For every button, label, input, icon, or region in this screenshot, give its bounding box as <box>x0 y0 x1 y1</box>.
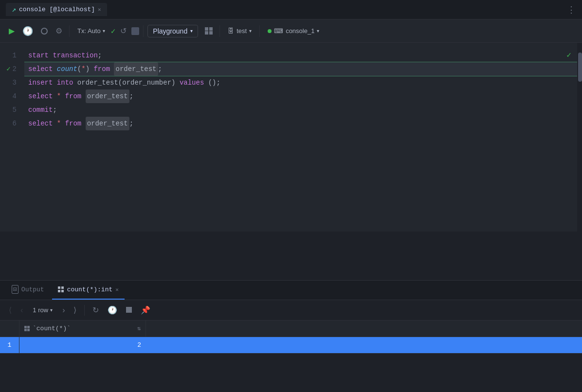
tab-count[interactable]: count(*):int ✕ <box>52 280 125 300</box>
editor-empty-space <box>0 232 582 280</box>
divider-3 <box>219 25 220 37</box>
grid-cell-1-1: 2 <box>19 337 146 353</box>
history-button[interactable]: 🕐 <box>19 24 36 38</box>
divider-1 <box>69 25 70 37</box>
playground-dropdown[interactable]: Playground ▾ <box>147 25 198 37</box>
tab-label: console [@localhost] <box>19 6 95 13</box>
panel-tabs: ⊡ Output count(*):int ✕ <box>0 281 582 300</box>
line-1-check: ✓ <box>566 49 571 62</box>
db-icon: 🗄 <box>228 27 234 35</box>
row-count-chevron: ▾ <box>50 307 53 313</box>
line-number-1: 1 <box>0 49 20 62</box>
save-button[interactable] <box>38 26 51 36</box>
editor-area: 1 ✓ 2 3 4 5 6 start <box>0 43 582 232</box>
connection-status-dot <box>268 29 272 33</box>
row-count-dropdown[interactable]: 1 row ▾ <box>29 305 56 315</box>
editor-content[interactable]: 1 ✓ 2 3 4 5 6 start <box>0 43 582 232</box>
playground-label: Playground <box>153 27 187 35</box>
col-header-label: `count(*)` <box>33 325 71 332</box>
run-icon: ▶ <box>9 26 15 36</box>
nav-last-button[interactable]: ⟩ <box>71 304 79 316</box>
console-icon: ⌨ <box>274 27 283 35</box>
divider-4 <box>259 25 260 37</box>
undo-icon: ↺ <box>120 26 127 36</box>
grid-row-num-header <box>0 321 19 337</box>
editor-scrollbar[interactable] <box>577 43 582 232</box>
refresh-button[interactable]: ↻ <box>90 304 102 316</box>
col-type-icon <box>24 326 30 331</box>
code-editor[interactable]: start transaction ; ✓ select count ( * )… <box>24 43 577 232</box>
nav-prev-button[interactable]: ‹ <box>18 305 26 316</box>
history-result-button[interactable]: 🕐 <box>105 304 120 316</box>
tab-close-icon[interactable]: ✕ <box>98 6 101 13</box>
settings-button[interactable]: ⚙ <box>53 24 65 37</box>
console-tab[interactable]: ↗ console [@localhost] ✕ <box>6 3 107 16</box>
result-divider-1 <box>84 305 85 316</box>
stop-result-button[interactable] <box>123 304 135 316</box>
pin-button[interactable]: 📌 <box>138 304 153 316</box>
nav-first-button[interactable]: ⟨ <box>6 304 15 316</box>
count-tab-icon <box>58 286 64 293</box>
code-line-3: insert into order_test(order_number) val… <box>24 76 577 89</box>
row-count-label: 1 row <box>33 306 48 314</box>
bottom-panel: ⊡ Output count(*):int ✕ ⟨ ‹ 1 row ▾ › ⟩ … <box>0 280 582 392</box>
db-chevron-icon: ▾ <box>249 28 252 34</box>
title-bar: ↗ console [@localhost] ✕ ⋮ <box>0 0 582 19</box>
title-bar-left: ↗ console [@localhost] ✕ <box>6 3 567 16</box>
grid-view-button[interactable] <box>202 25 216 37</box>
line-number-6: 6 <box>0 117 20 130</box>
sort-icon[interactable]: ⇅ <box>137 325 141 332</box>
count-tab-label: count(*):int <box>67 286 113 293</box>
code-line-4: select * from order_test ; <box>24 89 577 103</box>
tx-dropdown[interactable]: Tx: Auto ▾ <box>73 25 109 36</box>
settings-icon: ⚙ <box>55 26 62 36</box>
scrollbar-thumb[interactable] <box>578 53 582 82</box>
grid-header: `count(*)` ⇅ <box>0 321 582 337</box>
grid-col-header[interactable]: `count(*)` ⇅ <box>19 321 146 337</box>
result-toolbar: ⟨ ‹ 1 row ▾ › ⟩ ↻ 🕐 📌 <box>0 300 582 321</box>
data-grid: `count(*)` ⇅ 1 2 <box>0 321 582 392</box>
check-icon: ✓ <box>111 26 116 36</box>
console-label: console_1 <box>286 27 314 35</box>
refresh-icon: ↻ <box>92 306 99 314</box>
code-line-5: commit ; <box>24 103 577 117</box>
more-options-icon[interactable]: ⋮ <box>567 4 576 15</box>
cursor-icon: ↗ <box>12 5 16 14</box>
playground-chevron-icon: ▾ <box>190 28 193 34</box>
code-line-2: select count ( * ) from order_test ; <box>24 62 577 76</box>
code-line-6: select * from order_test ; <box>24 117 577 130</box>
divider-2 <box>143 25 144 37</box>
console-chevron-icon: ▾ <box>317 28 319 34</box>
grid-row-num-1: 1 <box>0 337 19 353</box>
stop-button[interactable] <box>131 27 139 35</box>
line-number-4: 4 <box>0 89 20 103</box>
line-number-3: 3 <box>0 76 20 89</box>
console-dropdown[interactable]: ⌨ console_1 ▾ <box>264 25 323 36</box>
nav-next-button[interactable]: › <box>59 305 68 316</box>
history-result-icon: 🕐 <box>108 306 117 314</box>
tab-output[interactable]: ⊡ Output <box>6 280 50 300</box>
line-number-5: 5 <box>0 103 20 117</box>
output-tab-label: Output <box>21 286 44 293</box>
undo-button[interactable]: ↺ <box>117 24 129 37</box>
db-dropdown[interactable]: 🗄 test ▾ <box>224 25 255 36</box>
run-button[interactable]: ▶ <box>6 24 18 37</box>
tx-label: Tx: Auto <box>77 27 101 35</box>
line-numbers: 1 ✓ 2 3 4 5 6 <box>0 43 24 232</box>
title-bar-right: ⋮ <box>567 4 576 15</box>
grid-row-1[interactable]: 1 2 <box>0 337 582 354</box>
output-tab-icon: ⊡ <box>12 285 18 294</box>
toolbar: ▶ 🕐 ⚙ Tx: Auto ▾ ✓ ↺ Playground ▾ 🗄 test… <box>0 19 582 43</box>
line-number-2: ✓ 2 <box>0 62 20 76</box>
stop-result-icon <box>126 307 132 313</box>
history-icon: 🕐 <box>22 26 33 36</box>
pin-icon: 📌 <box>141 306 150 314</box>
tx-chevron-icon: ▾ <box>103 28 105 34</box>
grid-view-icon <box>205 27 213 35</box>
count-tab-close-icon[interactable]: ✕ <box>115 286 119 293</box>
db-label: test <box>236 27 247 35</box>
line-check-2: ✓ <box>6 62 10 76</box>
code-line-1: start transaction ; ✓ <box>24 49 577 62</box>
save-icon <box>41 28 48 35</box>
